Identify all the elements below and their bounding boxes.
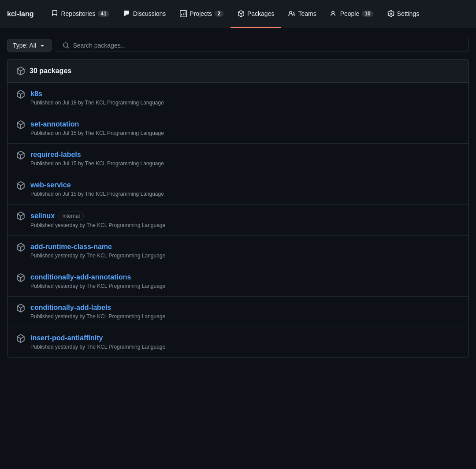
package-name-row: conditionally-add-annotations [30, 273, 165, 281]
package-item[interactable]: web-service Published on Jul 15 by The K… [7, 174, 469, 205]
package-info: add-runtime-class-name Published yesterd… [30, 243, 165, 259]
package-meta: Published on Jul 15 by The KCL Programmi… [30, 160, 164, 167]
people-icon [331, 10, 338, 17]
discussion-icon [123, 10, 130, 17]
package-meta: Published yesterday by The KCL Programmi… [30, 344, 165, 350]
package-info: insert-pod-antiaffinity Published yester… [30, 334, 165, 350]
nav-item-projects[interactable]: Projects 2 [173, 0, 231, 28]
package-name-row: conditionally-add-labels [30, 304, 165, 312]
package-info: web-service Published on Jul 15 by The K… [30, 181, 164, 197]
nav-item-packages[interactable]: Packages [231, 0, 281, 28]
project-icon [180, 10, 187, 17]
package-item[interactable]: set-annotation Published on Jul 15 by Th… [7, 113, 469, 144]
package-item[interactable]: add-runtime-class-name Published yesterd… [7, 236, 469, 266]
package-name-row: add-runtime-class-name [30, 243, 165, 251]
package-meta: Published yesterday by The KCL Programmi… [30, 222, 165, 228]
package-info: conditionally-add-annotations Published … [30, 273, 165, 289]
package-name[interactable]: selinux [30, 212, 55, 220]
nav-label-settings: Settings [397, 10, 420, 17]
package-name-row: set-annotation [30, 120, 164, 128]
package-meta: Published on Jul 15 by The KCL Programmi… [30, 191, 164, 197]
package-item-icon [16, 304, 25, 313]
settings-icon [387, 10, 394, 17]
package-item[interactable]: conditionally-add-annotations Published … [7, 266, 469, 297]
package-name[interactable]: web-service [30, 181, 71, 189]
package-info: conditionally-add-labels Published yeste… [30, 304, 165, 320]
package-name[interactable]: k8s [30, 90, 42, 98]
main-content: Type: All 30 packages k8s [0, 28, 476, 368]
package-info: k8s Published on Jul 18 by The KCL Progr… [30, 90, 164, 106]
org-title: kcl-lang [7, 10, 33, 18]
package-item-icon [16, 120, 25, 129]
package-count-icon [16, 67, 25, 75]
type-dropdown-label: Type: All [13, 42, 36, 49]
package-name[interactable]: conditionally-add-labels [30, 304, 111, 312]
package-badge: Internal [58, 212, 84, 220]
package-name-row: required-labels [30, 151, 164, 159]
package-name[interactable]: set-annotation [30, 120, 79, 128]
nav-item-people[interactable]: People 10 [324, 0, 380, 28]
nav-label-teams: Teams [298, 10, 316, 17]
package-count-text: 30 packages [30, 67, 71, 75]
package-info: set-annotation Published on Jul 15 by Th… [30, 120, 164, 136]
package-nav-icon [238, 10, 245, 17]
package-item[interactable]: conditionally-add-labels Published yeste… [7, 297, 469, 327]
nav-label-packages: Packages [247, 10, 274, 17]
package-item[interactable]: insert-pod-antiaffinity Published yester… [7, 327, 469, 357]
package-item-icon [16, 243, 25, 252]
nav-item-repositories[interactable]: Repositories 41 [44, 0, 116, 28]
search-input[interactable] [73, 42, 464, 49]
package-name-row: selinux Internal [30, 212, 165, 220]
nav-label-projects: Projects [190, 10, 212, 17]
package-name[interactable]: conditionally-add-annotations [30, 273, 131, 281]
nav-item-discussions[interactable]: Discussions [116, 0, 173, 28]
nav-label-people: People [340, 10, 360, 17]
package-item-icon [16, 90, 25, 99]
search-bar [57, 39, 469, 52]
package-meta: Published on Jul 18 by The KCL Programmi… [30, 100, 164, 106]
nav-item-settings[interactable]: Settings [380, 0, 427, 28]
nav-badge-repositories: 41 [98, 11, 109, 17]
nav-items: Repositories 41 Discussions Projects 2 P… [44, 0, 426, 28]
top-nav: kcl-lang Repositories 41 Discussions Pro… [0, 0, 476, 28]
package-items-container: k8s Published on Jul 18 by The KCL Progr… [7, 83, 469, 357]
filter-bar: Type: All [7, 39, 469, 52]
package-item[interactable]: selinux Internal Published yesterday by … [7, 205, 469, 236]
package-name-row: insert-pod-antiaffinity [30, 334, 165, 342]
chevron-down-icon [39, 42, 46, 49]
package-item-icon [16, 181, 25, 190]
nav-badge-projects: 2 [215, 11, 223, 17]
package-name-row: web-service [30, 181, 164, 189]
package-name-row: k8s [30, 90, 164, 98]
package-meta: Published yesterday by The KCL Programmi… [30, 253, 165, 259]
package-info: required-labels Published on Jul 15 by T… [30, 151, 164, 167]
package-count-header: 30 packages [7, 60, 469, 83]
repo-icon [51, 10, 58, 17]
search-icon [63, 42, 70, 49]
package-item[interactable]: required-labels Published on Jul 15 by T… [7, 144, 469, 174]
package-info: selinux Internal Published yesterday by … [30, 212, 165, 228]
package-item-icon [16, 212, 25, 220]
package-name[interactable]: insert-pod-antiaffinity [30, 334, 103, 342]
nav-label-repositories: Repositories [61, 10, 95, 17]
package-meta: Published on Jul 15 by The KCL Programmi… [30, 130, 164, 136]
type-dropdown[interactable]: Type: All [7, 39, 52, 52]
package-meta: Published yesterday by The KCL Programmi… [30, 313, 165, 320]
package-meta: Published yesterday by The KCL Programmi… [30, 283, 165, 289]
package-item-icon [16, 151, 25, 160]
package-item-icon [16, 273, 25, 282]
nav-item-teams[interactable]: Teams [281, 0, 323, 28]
package-list: 30 packages k8s Published on Jul 18 by T… [7, 59, 469, 357]
package-item[interactable]: k8s Published on Jul 18 by The KCL Progr… [7, 83, 469, 113]
nav-badge-people: 10 [362, 11, 373, 17]
package-item-icon [16, 334, 25, 343]
nav-label-discussions: Discussions [133, 10, 166, 17]
team-icon [288, 10, 295, 17]
package-name[interactable]: add-runtime-class-name [30, 243, 112, 251]
package-name[interactable]: required-labels [30, 151, 81, 159]
